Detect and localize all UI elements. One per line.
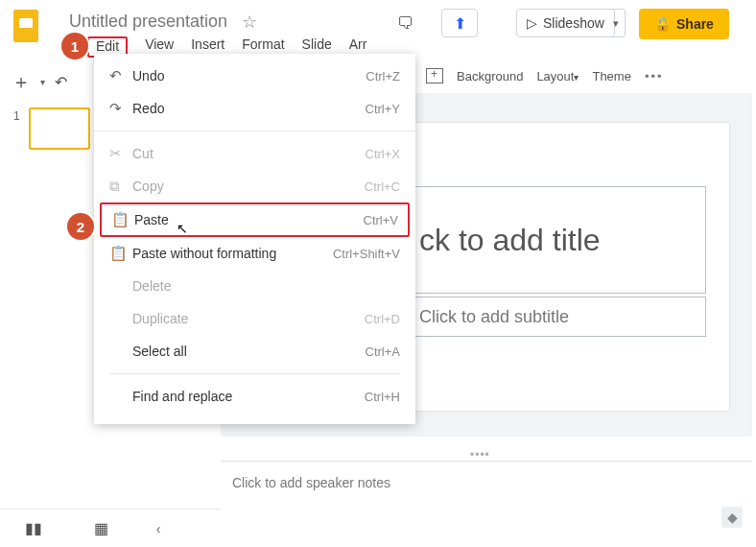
annotation-badge-2: 2 — [67, 213, 94, 240]
toolbar-left: ＋ ▾ ↶ — [12, 69, 67, 95]
textbox-icon[interactable] — [426, 68, 443, 83]
menu-item-label: Copy — [132, 178, 365, 194]
grid-view-icon[interactable]: ▦ — [67, 519, 134, 537]
slides-logo-icon[interactable] — [13, 10, 38, 42]
toolbar-secondary: Background Layout▾ Theme ••• — [426, 68, 664, 83]
background-button[interactable]: Background — [457, 69, 523, 83]
menu-item-shortcut: Ctrl+Y — [366, 102, 400, 116]
menu-item-shortcut: Ctrl+X — [366, 147, 400, 161]
filmstrip-view-icon[interactable]: ▮▮ — [0, 519, 67, 537]
new-slide-icon[interactable]: ＋ — [12, 69, 31, 95]
menu-item-label: Find and replace — [132, 389, 365, 404]
paste-plain-icon: 📋 — [109, 245, 132, 262]
menu-separator — [109, 373, 400, 374]
menu-item-shortcut: Ctrl+C — [365, 179, 400, 194]
play-icon: ▷ — [527, 15, 537, 31]
menu-item-label: Select all — [132, 344, 366, 359]
menu-separator — [94, 131, 415, 131]
lock-icon: 🔒 — [654, 16, 671, 32]
menu-item-delete[interactable]: Delete — [94, 270, 415, 302]
new-slide-dropdown-icon[interactable]: ▾ — [40, 77, 45, 87]
menu-item-cut[interactable]: ✂ Cut Ctrl+X — [94, 137, 415, 170]
collapse-panel-icon[interactable]: ‹ — [134, 521, 182, 536]
slide-thumb-number: 1 — [13, 109, 20, 123]
menu-item-paste-without-formatting[interactable]: 📋 Paste without formatting Ctrl+Shift+V — [94, 237, 415, 270]
menu-item-shortcut: Ctrl+Shift+V — [333, 247, 400, 261]
menu-item-label: Paste without formatting — [132, 246, 333, 261]
cursor-icon: ↖ — [177, 221, 188, 236]
menu-item-shortcut: Ctrl+D — [365, 312, 400, 326]
undo-icon: ↶ — [109, 67, 132, 84]
menu-item-select-all[interactable]: Select all Ctrl+A — [94, 335, 415, 368]
star-icon[interactable]: ☆ — [242, 12, 257, 33]
menu-item-label: Paste — [134, 212, 364, 227]
edit-menu: ↶ Undo Ctrl+Z ↷ Redo Ctrl+Y ✂ Cut Ctrl+X… — [94, 54, 415, 424]
menu-item-shortcut: Ctrl+H — [365, 390, 400, 404]
menu-item-label: Duplicate — [132, 311, 365, 326]
slideshow-dropdown[interactable]: ▾ — [606, 9, 626, 37]
menu-item-paste[interactable]: 📋 Paste Ctrl+V — [100, 202, 410, 237]
speaker-notes[interactable]: Click to add speaker notes — [221, 461, 752, 512]
share-button[interactable]: 🔒 Share — [639, 9, 729, 39]
share-label: Share — [676, 16, 714, 32]
document-name[interactable]: Untitled presentation — [69, 12, 227, 32]
menu-item-shortcut: Ctrl+V — [364, 213, 398, 227]
menu-item-undo[interactable]: ↶ Undo Ctrl+Z — [94, 59, 415, 92]
notes-resize-handle[interactable]: •••• — [470, 448, 490, 462]
present-up-icon[interactable]: ⬆ — [441, 9, 478, 37]
view-switcher: ▮▮ ▦ ‹ — [0, 509, 221, 547]
menu-item-label: Redo — [132, 101, 366, 116]
annotation-badge-1: 1 — [61, 33, 88, 59]
menu-item-label: Delete — [132, 278, 400, 294]
undo-icon[interactable]: ↶ — [55, 73, 67, 91]
copy-icon: ⧉ — [109, 178, 132, 195]
layout-button[interactable]: Layout▾ — [536, 69, 579, 83]
menu-item-find-replace[interactable]: Find and replace Ctrl+H — [94, 380, 415, 413]
theme-button[interactable]: Theme — [592, 69, 630, 83]
paste-icon: 📋 — [111, 211, 134, 228]
menu-item-label: Cut — [132, 146, 366, 161]
cut-icon: ✂ — [109, 145, 132, 162]
menu-item-label: Undo — [132, 68, 366, 83]
slideshow-button[interactable]: ▷ Slideshow — [516, 9, 615, 37]
menu-item-redo[interactable]: ↷ Redo Ctrl+Y — [94, 92, 415, 125]
more-icon[interactable]: ••• — [645, 69, 664, 83]
comments-icon[interactable]: 🗨 — [397, 13, 414, 34]
slide-thumb-1[interactable] — [29, 107, 90, 150]
menu-item-shortcut: Ctrl+Z — [366, 69, 400, 83]
menu-item-copy[interactable]: ⧉ Copy Ctrl+C — [94, 170, 415, 202]
menu-item-shortcut: Ctrl+A — [366, 345, 400, 359]
menu-item-duplicate[interactable]: Duplicate Ctrl+D — [94, 302, 415, 335]
redo-icon: ↷ — [109, 100, 132, 117]
explore-icon[interactable]: ◆ — [721, 507, 743, 528]
slideshow-label: Slideshow — [543, 15, 604, 31]
